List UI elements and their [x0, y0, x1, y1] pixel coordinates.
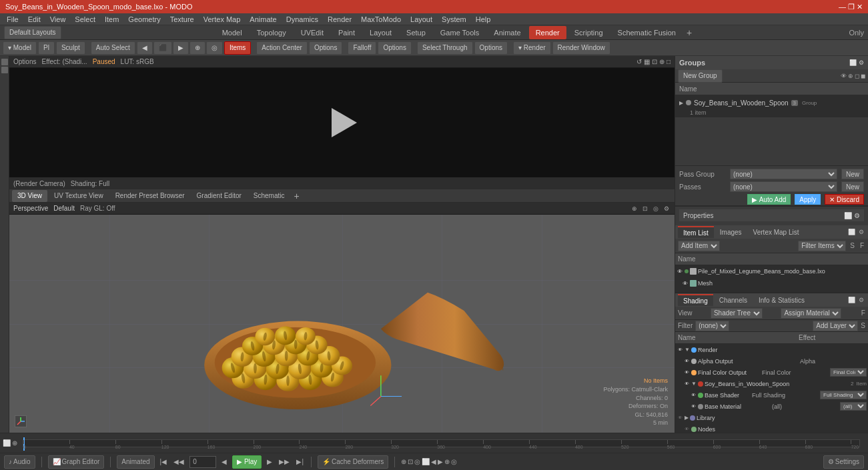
timeline-left-icon-2[interactable]: ⊕	[12, 439, 17, 447]
items-expand-icon[interactable]: ⬜	[847, 227, 857, 237]
shading-tab-shading[interactable]: Shading	[678, 294, 713, 306]
shading-eye-8[interactable]: 👁	[683, 426, 690, 433]
shading-f-btn[interactable]: F	[861, 309, 865, 317]
toolbar-icon3[interactable]: ▶	[173, 41, 189, 55]
close-btn[interactable]: ✕	[857, 3, 863, 11]
shading-row-final-color[interactable]: 👁 Final Color Output Final Color Final C…	[675, 367, 868, 378]
items-tab-vertex-map[interactable]: Vertex Map List	[748, 226, 805, 238]
tab-uvedit[interactable]: UVEdit	[294, 26, 330, 39]
eye-icon-2[interactable]: 👁	[682, 280, 689, 287]
toolbar-select-through-btn[interactable]: Select Through	[417, 41, 473, 55]
audio-btn[interactable]: ♪ Audio	[4, 455, 35, 469]
groups-icon-3[interactable]: ◻	[855, 73, 859, 79]
groups-icon-4[interactable]: ◼	[861, 73, 865, 79]
toolbar-render-btn[interactable]: ▾ Render	[513, 41, 551, 55]
play-button[interactable]	[326, 106, 359, 139]
menu-geometry[interactable]: Geometry	[124, 13, 164, 25]
toolbar-icon5[interactable]: ◎	[206, 41, 223, 55]
animated-btn[interactable]: Animated	[117, 455, 154, 469]
shading-settings-icon[interactable]: ⚙	[857, 295, 865, 305]
maximize-btn[interactable]: ❐	[848, 3, 855, 11]
shading-eye-3[interactable]: 👁	[683, 369, 690, 376]
minimize-btn[interactable]: —	[839, 3, 846, 11]
shading-row-base-shader[interactable]: 👁 Base Shader Full Shading Full Shading	[675, 389, 868, 401]
preview-options[interactable]: Options	[13, 58, 36, 65]
preview-icon-5[interactable]: □	[667, 58, 671, 65]
shading-row-nodes[interactable]: 👁 Nodes	[675, 423, 868, 433]
cache-deformers-btn[interactable]: ⚡ Cache Deformers	[318, 455, 388, 469]
toolbar-render-window-btn[interactable]: Render Window	[552, 41, 610, 55]
item-row-pile-lxo[interactable]: 👁 Pile_of_Mixed_Legume_Beans_modo_base.l…	[675, 265, 868, 277]
preview-icon-2[interactable]: ▦	[644, 58, 650, 65]
tab-animate[interactable]: Animate	[487, 26, 527, 39]
sub-tab-render-preset[interactable]: Render Preset Browser	[110, 190, 190, 202]
pb-icon-5[interactable]: ◀	[431, 458, 436, 465]
eye-icon-1[interactable]: 👁	[677, 268, 683, 275]
shading-add-layer-select[interactable]: Add Layer	[813, 321, 858, 331]
transport-icon-7[interactable]: ▶|	[295, 457, 305, 467]
sub-tab-schematic[interactable]: Schematic	[248, 190, 290, 202]
graph-editor-btn[interactable]: 📈 Graph Editor	[48, 455, 105, 469]
sub-tab-gradient[interactable]: Gradient Editor	[191, 190, 247, 202]
group-item-soy[interactable]: ▶ Soy_Beans_in_Wooden_Spoon 3 Group	[677, 96, 867, 109]
timeline-left-icon-1[interactable]: ⬜	[3, 439, 11, 447]
shading-eye-1[interactable]: 👁	[677, 347, 683, 353]
shading-row-soy-mat[interactable]: 👁 ▼ Soy_Beans_in_Wooden_Spoon 2 Item	[675, 378, 868, 389]
transport-icon-2[interactable]: ◀◀	[172, 457, 185, 467]
preview-icon-3[interactable]: ⊡	[652, 58, 657, 65]
shading-view-select[interactable]: Shader Tree	[711, 308, 763, 319]
properties-settings-icon[interactable]: ⚙	[854, 212, 860, 219]
preview-icon-4[interactable]: ⊕	[659, 58, 665, 65]
auto-add-btn[interactable]: ▶ Auto Add	[747, 194, 791, 205]
menu-system[interactable]: System	[438, 13, 470, 25]
pb-icon-4[interactable]: ⬜	[422, 458, 430, 465]
toolbar-falloff-btn[interactable]: Falloff	[348, 41, 376, 55]
filter-items-select[interactable]: Filter Items	[798, 241, 846, 251]
transport-icon-3[interactable]: ◀	[220, 457, 228, 467]
add-item-select[interactable]: Add Item	[678, 241, 720, 251]
viewport[interactable]: Perspective Default Ray GL: Off ⊕ ⊡ ◎ ⚙	[9, 203, 675, 433]
items-settings-icon[interactable]: ⚙	[857, 227, 865, 237]
pb-icon-3[interactable]: ◎	[414, 458, 420, 465]
left-icon-1[interactable]	[1, 59, 8, 65]
shading-expand-7[interactable]: ▶	[685, 415, 689, 421]
shading-assign-select[interactable]: Assign Material	[781, 308, 841, 319]
tab-setup[interactable]: Setup	[400, 26, 432, 39]
tab-paint[interactable]: Paint	[332, 26, 362, 39]
groups-icon-2[interactable]: ⊕	[848, 73, 853, 79]
items-s-btn[interactable]: S	[849, 241, 856, 251]
settings-btn[interactable]: ⚙ Settings	[823, 455, 864, 469]
passes-new-btn[interactable]: New	[841, 181, 864, 192]
toolbar-action-center-btn[interactable]: Action Center	[256, 41, 308, 55]
shading-row-base-mat[interactable]: 👁 Base Material (all) (all)	[675, 401, 868, 412]
toolbar-sculpt-btn[interactable]: Sculpt	[56, 41, 85, 55]
shading-eye-6[interactable]: 👁	[690, 403, 697, 410]
preview-content[interactable]	[9, 68, 675, 177]
tab-render[interactable]: Render	[529, 26, 566, 39]
toolbar-icon4[interactable]: ⊕	[189, 41, 205, 55]
shading-eye-2[interactable]: 👁	[683, 358, 690, 365]
properties-expand-icon[interactable]: ⬜	[844, 212, 852, 219]
layout-preset-btn[interactable]: Default Layouts	[4, 26, 61, 39]
new-group-btn[interactable]: New Group	[678, 69, 723, 83]
preview-icon-1[interactable]: ↺	[636, 58, 642, 65]
menu-render[interactable]: Render	[324, 13, 356, 25]
viewport-icon-lock[interactable]: ⊡	[641, 205, 649, 213]
toolbar-options2-btn[interactable]: Options	[378, 41, 411, 55]
menu-vertex-map[interactable]: Vertex Map	[199, 13, 245, 25]
tab-topology[interactable]: Topology	[250, 26, 293, 39]
menu-file[interactable]: File	[3, 13, 23, 25]
viewport-icon-settings[interactable]: ⚙	[663, 205, 671, 213]
tab-schematic-fusion[interactable]: Schematic Fusion	[611, 26, 683, 39]
left-icon-2[interactable]	[1, 67, 8, 73]
shading-eye-4[interactable]: 👁	[683, 381, 690, 387]
items-tab-item-list[interactable]: Item List	[678, 226, 714, 238]
menu-view[interactable]: View	[46, 13, 70, 25]
shading-expand-4[interactable]: ▼	[691, 381, 697, 387]
pb-icon-7[interactable]: ⊕	[444, 458, 450, 465]
pb-icon-1[interactable]: ⊕	[401, 458, 406, 465]
apply-btn[interactable]: Apply	[795, 194, 821, 205]
menu-dynamics[interactable]: Dynamics	[282, 13, 322, 25]
pb-icon-8[interactable]: ◎	[451, 458, 457, 465]
pass-group-select[interactable]: (none)	[730, 169, 837, 179]
